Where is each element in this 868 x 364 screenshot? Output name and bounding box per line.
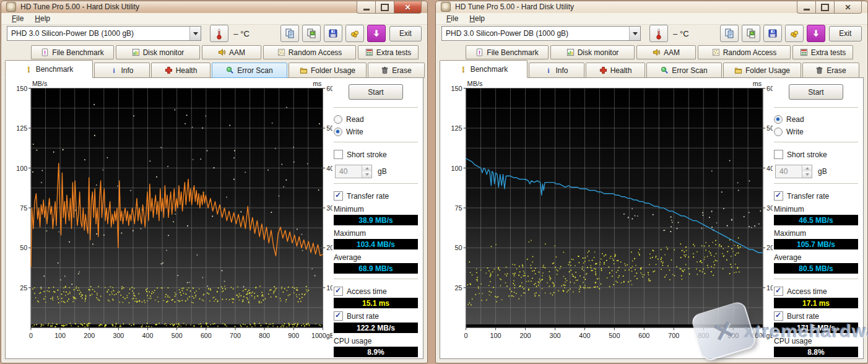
burst-rate-checkbox[interactable]: [774, 311, 783, 321]
write-radio[interactable]: [334, 128, 342, 136]
save-button[interactable]: [324, 25, 342, 42]
tab-aam[interactable]: AAM: [202, 45, 261, 59]
restore-button[interactable]: [375, 1, 394, 14]
access-time-label: Access time: [347, 287, 387, 296]
tab-row-secondary: ! File Benchmark Disk monitor AAM Random…: [466, 45, 867, 59]
file-menu[interactable]: File: [441, 13, 464, 24]
exit-button[interactable]: Exit: [389, 26, 422, 41]
svg-text:40: 40: [766, 164, 773, 171]
short-stroke-checkbox[interactable]: [334, 150, 343, 159]
minimize-button[interactable]: [357, 1, 376, 14]
tab-health[interactable]: Health: [151, 63, 210, 78]
short-stroke-size-input[interactable]: 40: [335, 165, 372, 178]
spinner-down-button[interactable]: [802, 171, 812, 178]
minimize-icon: [363, 9, 370, 11]
tab-extra-tests[interactable]: Extra tests: [358, 45, 419, 59]
tab-folder-usage[interactable]: Folder Usage: [723, 63, 801, 78]
tab-error-scan[interactable]: Error Scan: [212, 63, 287, 78]
tab-aam[interactable]: AAM: [636, 45, 696, 59]
copy-screenshot-button[interactable]: [302, 25, 321, 42]
cpu-usage-label: CPU usage: [334, 337, 418, 345]
tab-benchmark[interactable]: ! Benchmark: [440, 60, 527, 78]
tab-random-access[interactable]: Random Access: [698, 45, 791, 59]
short-stroke-checkbox[interactable]: [774, 150, 783, 159]
burst-rate-value: 171.5 MB/s: [774, 323, 858, 333]
restore-button[interactable]: [815, 1, 835, 14]
download-button[interactable]: [807, 25, 825, 42]
write-radio-label: Write: [786, 128, 804, 136]
file-menu[interactable]: File: [6, 13, 29, 24]
chevron-down-icon[interactable]: [629, 27, 640, 40]
close-button[interactable]: ✕: [834, 1, 862, 14]
hard-disk-app-icon: [441, 2, 451, 12]
svg-text:700: 700: [230, 332, 241, 339]
hand-coins-icon: [350, 28, 360, 38]
temperature-value: – °C: [233, 29, 249, 38]
svg-text:100: 100: [451, 164, 462, 171]
hand-coins-button[interactable]: [785, 25, 804, 42]
svg-text:100: 100: [16, 164, 27, 171]
temperature-button[interactable]: [649, 25, 668, 42]
help-menu[interactable]: Help: [29, 13, 56, 24]
transfer-rate-checkbox[interactable]: [774, 191, 783, 201]
download-button[interactable]: [367, 25, 386, 42]
access-time-checkbox[interactable]: [774, 287, 783, 296]
copy-screenshot-button[interactable]: [742, 25, 760, 42]
info-icon: i: [545, 66, 552, 75]
spinner-up-button[interactable]: [362, 165, 371, 171]
svg-text:30: 30: [326, 204, 332, 212]
tab-file-benchmark[interactable]: ! File Benchmark: [466, 45, 549, 59]
read-radio[interactable]: [774, 115, 783, 124]
svg-text:600: 600: [638, 332, 649, 339]
spinner-up-button[interactable]: [802, 165, 812, 171]
minimum-label: Minimum: [774, 205, 858, 214]
access-time-checkbox[interactable]: [334, 287, 343, 296]
drive-selector[interactable]: PHD 3.0 Silicon-Power DB (1000 gB): [7, 26, 201, 41]
hand-coins-button[interactable]: [345, 25, 364, 42]
start-button[interactable]: Start: [349, 84, 403, 100]
tab-info[interactable]: i Info: [529, 63, 584, 78]
svg-text:150: 150: [16, 84, 27, 92]
tab-benchmark[interactable]: ! Benchmark: [5, 60, 93, 78]
down-arrow-icon: [365, 173, 369, 176]
tab-random-access[interactable]: Random Access: [263, 45, 356, 59]
tab-extra-tests[interactable]: Extra tests: [792, 45, 853, 59]
tab-error-scan[interactable]: Error Scan: [646, 63, 722, 78]
window-controls: ✕: [357, 1, 422, 14]
tab-folder-usage[interactable]: Folder Usage: [289, 63, 367, 78]
minimum-value: 38.9 MB/s: [334, 215, 418, 225]
chevron-down-icon[interactable]: [189, 27, 201, 40]
tab-disk-monitor[interactable]: Disk monitor: [116, 45, 200, 59]
burst-rate-checkbox[interactable]: [334, 311, 343, 321]
read-radio[interactable]: [334, 115, 342, 124]
copy-text-button[interactable]: [720, 25, 739, 42]
start-button[interactable]: Start: [789, 84, 843, 100]
transfer-rate-checkbox[interactable]: [334, 191, 343, 201]
tab-erase[interactable]: Erase: [368, 63, 425, 78]
tab-info[interactable]: i Info: [94, 63, 150, 78]
tab-file-benchmark[interactable]: ! File Benchmark: [31, 45, 114, 59]
write-radio[interactable]: [774, 128, 783, 136]
svg-text:400: 400: [579, 332, 590, 339]
temperature-button[interactable]: [210, 25, 228, 42]
average-value: 68.9 MB/s: [334, 263, 418, 274]
tab-erase[interactable]: Erase: [802, 63, 859, 78]
copy-text-icon: [724, 28, 734, 38]
drive-selector-value: PHD 3.0 Silicon-Power DB (1000 gB): [7, 29, 189, 38]
separator: [774, 142, 858, 144]
tab-health[interactable]: Health: [586, 63, 645, 78]
spinner-down-button[interactable]: [362, 171, 371, 178]
drive-selector[interactable]: PHD 3.0 Silicon-Power DB (1000 gB): [441, 26, 641, 41]
access-time-value: 17.1 ms: [774, 298, 858, 308]
short-stroke-label: Short stroke: [787, 150, 827, 159]
tab-disk-monitor[interactable]: Disk monitor: [550, 45, 635, 59]
save-button[interactable]: [763, 25, 782, 42]
short-stroke-size-input[interactable]: 40: [775, 165, 812, 178]
copy-text-button[interactable]: [280, 25, 299, 42]
minimize-button[interactable]: [797, 1, 816, 14]
minimum-value: 46.5 MB/s: [774, 215, 858, 225]
svg-text:700: 700: [668, 332, 679, 339]
exit-button[interactable]: Exit: [829, 26, 862, 41]
close-button[interactable]: ✕: [394, 1, 422, 14]
help-menu[interactable]: Help: [464, 13, 490, 24]
